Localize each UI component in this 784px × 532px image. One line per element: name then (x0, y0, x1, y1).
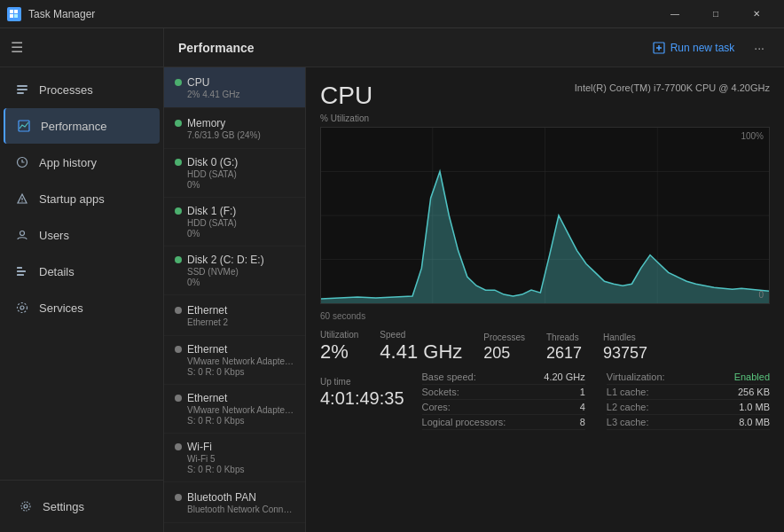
disk2-sub2: 0% (175, 278, 294, 287)
device-item-wifi[interactable]: Wi-Fi Wi-Fi 5 S: 0 R: 0 Kbps (164, 434, 305, 482)
device-item-eth2[interactable]: Ethernet VMware Network Adapter VM... S:… (164, 336, 305, 385)
app-history-icon (14, 154, 30, 170)
device-item-gpu[interactable]: GPU 0 NVIDIA GeForce GTX ... 1% (26 °C) (164, 523, 305, 532)
device-item-disk0[interactable]: Disk 0 (G:) HDD (SATA) 0% (164, 149, 305, 198)
threads-stat-value: 2617 (546, 344, 582, 363)
uptime-section: Up time 4:01:49:35 (320, 377, 404, 430)
wifi-sub: Wi-Fi 5 (175, 454, 294, 464)
bluetooth-header: Bluetooth PAN (175, 491, 294, 504)
info-key: Sockets: (422, 387, 459, 397)
cpu-processor-name: Intel(R) Core(TM) i7-7700K CPU @ 4.20GHz (575, 82, 770, 95)
svg-rect-15 (17, 274, 24, 276)
svg-rect-0 (10, 10, 13, 13)
users-icon (14, 227, 30, 243)
chart-y-min: 0 (758, 290, 764, 300)
device-list: CPU 2% 4.41 GHz Memory 7.6/31.9 GB (24%) (164, 67, 306, 532)
info-val: 8.0 MB (739, 417, 770, 427)
memory-name: Memory (187, 117, 225, 129)
eth2-header: Ethernet (175, 343, 294, 356)
util-stat-value: 2% (320, 341, 358, 363)
chart-y-max: 100% (741, 131, 764, 141)
handles-stat-label: Handles (603, 332, 647, 342)
sidebar-item-users-label: Users (39, 229, 69, 242)
device-item-disk2[interactable]: Disk 2 (C: D: E:) SSD (NVMe) 0% (164, 246, 305, 295)
info-row: Base speed:4.20 GHz (422, 370, 585, 385)
minimize-button[interactable]: — (655, 0, 695, 28)
close-button[interactable]: ✕ (736, 0, 777, 28)
uptime-label: Up time (320, 377, 404, 387)
disk0-header: Disk 0 (G:) (175, 156, 294, 168)
run-new-task-button[interactable]: Run new task (646, 38, 742, 58)
info-table: Base speed:4.20 GHzSockets:1Cores:4Logic… (422, 370, 770, 430)
cpu-header: CPU (175, 76, 294, 89)
svg-rect-1 (14, 10, 18, 13)
cpu-dot (175, 79, 182, 86)
startup-icon (14, 191, 30, 207)
title-bar: Task Manager — □ ✕ (0, 0, 784, 28)
eth3-name: Ethernet (187, 392, 227, 404)
processes-stat-label: Processes (483, 332, 525, 342)
sidebar-item-startup-apps[interactable]: Startup apps (4, 181, 160, 216)
settings-icon (18, 498, 34, 514)
handles-stat-value: 93757 (603, 344, 647, 363)
info-row: Logical processors:8 (422, 415, 585, 430)
eth2-name: Ethernet (187, 343, 227, 356)
content-title: Performance (178, 41, 255, 55)
main-layout: ☰ Processes (0, 28, 784, 532)
bluetooth-name: Bluetooth PAN (187, 491, 256, 504)
device-item-eth3[interactable]: Ethernet VMware Network Adapter VM... S:… (164, 385, 305, 434)
sidebar-item-services[interactable]: Services (4, 290, 160, 325)
stat-threads: Threads 2617 (546, 332, 603, 363)
svg-rect-6 (17, 92, 24, 94)
wifi-name: Wi-Fi (187, 441, 212, 453)
svg-rect-3 (14, 14, 18, 18)
run-task-icon (653, 42, 665, 54)
sidebar-item-startup-label: Startup apps (39, 192, 105, 206)
maximize-button[interactable]: □ (695, 0, 736, 28)
eth3-sub2: S: 0 R: 0 Kbps (175, 416, 294, 426)
stat-utilization: Utilization 2% (320, 330, 380, 363)
svg-point-11 (21, 201, 22, 202)
memory-dot (175, 120, 182, 127)
disk0-dot (175, 159, 182, 166)
sidebar-item-users[interactable]: Users (4, 217, 160, 253)
memory-header: Memory (175, 117, 294, 129)
hamburger-icon[interactable]: ☰ (11, 39, 23, 56)
device-item-cpu[interactable]: CPU 2% 4.41 GHz (164, 67, 305, 108)
header-actions: Run new task ··· (646, 37, 770, 59)
sidebar-item-details[interactable]: Details (4, 254, 160, 289)
svg-point-18 (24, 505, 27, 508)
sidebar-item-details-label: Details (39, 265, 74, 278)
sidebar-item-settings[interactable]: Settings (7, 489, 156, 524)
info-row: Sockets:1 (422, 385, 585, 400)
disk2-sub: SSD (NVMe) (175, 267, 294, 277)
wifi-header: Wi-Fi (175, 441, 294, 453)
content-header: Performance Run new task ··· (164, 28, 784, 67)
eth1-dot (175, 307, 182, 314)
info-val: 1.0 MB (739, 402, 770, 412)
eth2-dot (175, 346, 182, 353)
svg-rect-2 (10, 14, 13, 18)
device-item-memory[interactable]: Memory 7.6/31.9 GB (24%) (164, 108, 305, 149)
device-item-eth1[interactable]: Ethernet Ethernet 2 (164, 295, 305, 336)
sidebar-item-performance[interactable]: Performance (4, 108, 160, 144)
stat-handles: Handles 93757 (603, 332, 669, 363)
info-key: Cores: (422, 402, 451, 412)
svg-point-16 (20, 306, 24, 309)
detail-header: CPU Intel(R) Core(TM) i7-7700K CPU @ 4.2… (320, 82, 770, 110)
info-key: Base speed: (422, 372, 476, 382)
info-key: Virtualization: (607, 372, 665, 382)
sidebar-item-app-history[interactable]: App history (4, 145, 160, 180)
chart-x-label: 60 seconds (320, 311, 770, 321)
more-options-button[interactable]: ··· (749, 37, 770, 59)
run-new-task-label: Run new task (670, 42, 735, 54)
sidebar-item-app-history-label: App history (39, 156, 97, 169)
sidebar-item-settings-label: Settings (43, 500, 84, 513)
device-item-bluetooth[interactable]: Bluetooth PAN Bluetooth Network Connect.… (164, 482, 305, 523)
disk1-name: Disk 1 (F:) (187, 205, 236, 217)
sidebar-header: ☰ (0, 28, 163, 67)
sidebar-item-processes[interactable]: Processes (4, 72, 160, 107)
device-item-disk1[interactable]: Disk 1 (F:) HDD (SATA) 0% (164, 198, 305, 246)
bluetooth-dot (175, 494, 182, 501)
cpu-detail-panel: CPU Intel(R) Core(TM) i7-7700K CPU @ 4.2… (306, 67, 784, 532)
